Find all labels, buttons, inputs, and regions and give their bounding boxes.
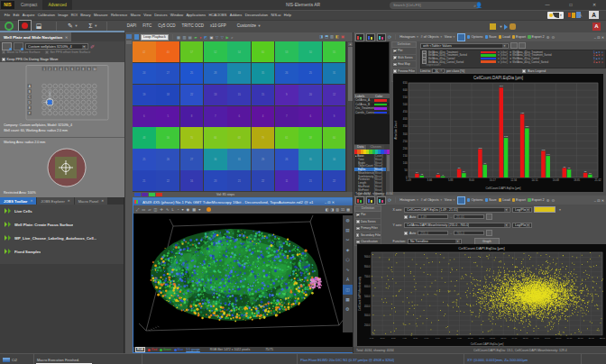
channel-chip-rgb[interactable]: RGB [135,347,145,352]
add-series-icon[interactable] [510,42,518,49]
heatmap-cell[interactable]: 28 [204,63,227,84]
heatmap-cell[interactable]: 61 [275,127,298,148]
heatmap-tool-icon-5[interactable]: ◩ [204,35,207,40]
view-toggle-icon-4[interactable]: ▦ [346,207,350,212]
heatmap-cell[interactable]: 21 [133,170,156,191]
a-small-icon[interactable]: A [579,13,582,18]
heatmap-cell[interactable]: 35 [298,149,322,169]
job-item-3[interactable]: Fixed Samples [0,245,124,259]
well[interactable] [53,111,58,115]
well[interactable] [81,105,86,110]
close-button[interactable]: ✕ [584,0,604,10]
menu-addons[interactable]: Addons [228,10,243,20]
scatter-active-view-icon[interactable] [457,196,465,205]
well[interactable] [87,100,91,105]
heatmap-tool-icon-9[interactable]: ▶ [226,35,229,40]
channel-chip-blue[interactable]: Blue [174,348,183,351]
heatmap-cell[interactable]: 33 [227,63,251,84]
graph-button-options[interactable]: Options [467,35,483,39]
menu-roi[interactable]: ROI [69,10,79,20]
scatter-dropdown-0[interactable]: Histogram▼ [399,198,418,202]
viewer3d-tool-icon-2[interactable]: ▱ [148,207,151,212]
well[interactable] [81,89,86,94]
well[interactable] [70,111,75,115]
scatter-chart-type-icon-0[interactable] [355,196,364,205]
well[interactable] [65,89,69,94]
menu-hca-jobs[interactable]: HCA/JOBS [207,10,228,20]
heatmap-cell[interactable]: 4 [252,106,275,127]
heatmap-cell[interactable]: 24 [133,63,156,84]
menu-edit[interactable]: Edit [12,10,21,20]
well[interactable] [87,84,91,88]
viewer3d-tool-icon-3[interactable]: ◫ [154,207,158,212]
view-toggle-icon-2[interactable]: ▥ [335,207,339,212]
viewer3d-tool-icon-9[interactable]: ◉ [187,207,190,212]
side-tool-icon-6[interactable]: A [343,275,353,285]
side-tool-icon-1[interactable]: ▤ [343,225,353,235]
menu-macro[interactable]: Macro [129,10,142,20]
menu-calibration[interactable]: Calibration [36,10,57,20]
well[interactable] [59,95,63,99]
search-input[interactable]: Search [Ctrl+F3] ⌕ [390,2,480,9]
graph-refresh-icon[interactable]: ⟳ [388,34,391,40]
side-tool-icon-2[interactable]: ✂ [343,235,353,245]
yaxis-fit-icon[interactable] [486,230,492,236]
heatmap-cell[interactable]: 9 [323,106,346,127]
well[interactable] [59,84,63,88]
tab-compact[interactable]: Compact [15,0,42,10]
scatter-button-export[interactable]: Export [512,198,526,202]
well[interactable] [76,105,80,110]
scatter-def-option-primary-filter[interactable]: Primary Filter [354,225,381,232]
well[interactable] [87,89,91,94]
loop-playback-chip[interactable]: Loop Playback [141,34,169,41]
heatmap-cell[interactable]: 50 [298,41,322,62]
jobs-tab-0[interactable]: JOBS Toolbar✕ [0,197,36,205]
heatmap-cell[interactable]: 20 [298,85,322,105]
heatmap-cell[interactable]: 23 [204,170,227,191]
xaxis-select[interactable]: CellCount.DAPI.EqDia (1.49 - 21.01)▼ [404,207,510,213]
yaxis-select[interactable]: CellArea.DAPI.MeanIntensity (255.0 - 765… [404,223,510,228]
view-toggle-icon-3[interactable]: 11 [341,207,344,212]
scatter-chart-area[interactable]: CellCount.DAPI.EqDia [µm]200.0300.0400.0… [357,244,606,346]
heatmap-cell[interactable]: 48 [133,127,156,148]
run-icon[interactable] [504,24,508,30]
heatmap-cell[interactable]: 52 [204,41,227,62]
gauge-link[interactable]: 1:1 gauge [186,348,200,351]
graph-button-load[interactable]: Load [499,35,510,39]
view-toggle-icon-1[interactable]: ◨ [331,207,335,212]
series-expression-row[interactable]: <expression> [421,63,605,67]
heatmap-cell[interactable]: 26 [156,149,179,169]
well[interactable] [42,95,47,99]
a-layout-icon[interactable]: A [589,11,599,19]
well[interactable] [81,111,86,115]
heatmap-right-icon-2[interactable]: ▥ [330,34,334,39]
menu-nis-ai[interactable]: NIS.ai [270,10,282,20]
well[interactable] [81,95,86,99]
working-area-view[interactable]: Working Area: radius 2.0 mm Restricted A… [0,137,124,197]
xaxis-fit-icon[interactable] [486,214,492,220]
heatmap-cell[interactable]: 56 [156,127,179,148]
ymin-input[interactable]: 255.0 [418,231,448,235]
minimize-button[interactable]: — [537,0,557,10]
well[interactable] [59,105,63,110]
heatmap-tool-icon-6[interactable]: ▣ [210,35,214,40]
heatmap-cell[interactable]: 31 [323,63,346,84]
graph-button-export[interactable]: Export [512,35,526,39]
viewer3d-tool-icon-11[interactable]: ▾ [198,207,200,212]
nav-icon[interactable] [134,34,139,40]
well[interactable] [76,89,80,94]
well[interactable] [70,95,75,99]
scatter-def-option-secondary-filter[interactable]: Secondary Filter [354,232,381,240]
scatter-chart-type-icon-2[interactable] [377,196,386,205]
graph-dropdown-2[interactable]: View▼ [445,35,455,39]
heatmap-cell[interactable]: 58 [298,127,322,148]
job-item-2[interactable]: WP_Live_Choose_Labeling_Autofocus_Cell..… [0,232,124,245]
well[interactable] [93,100,97,105]
heatmap-cell[interactable]: 35 [252,63,275,84]
well[interactable] [70,100,75,105]
well[interactable] [93,95,97,99]
bar-chart-area[interactable]: CellCount.DAPI.EqDia [µm]050100150200250… [393,74,603,192]
heatmap-right-icon-1[interactable]: ⬒ [325,34,328,39]
legend-row[interactable]: Cornils_Control [354,111,390,115]
heatmap-cell[interactable]: 57 [180,41,204,62]
